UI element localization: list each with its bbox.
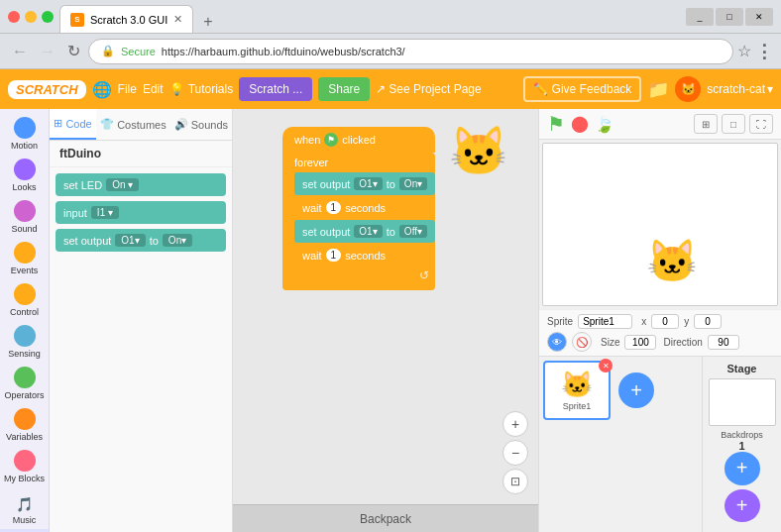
menu-button[interactable]: ⋮	[755, 41, 773, 62]
refresh-button[interactable]: ↻	[63, 40, 84, 62]
block-input-dropdown[interactable]: I1 ▾	[91, 206, 119, 219]
sidebar-item-sound[interactable]: Sound	[0, 196, 49, 238]
wait-block-1[interactable]: wait 1 seconds	[294, 196, 435, 219]
close-button[interactable]: ✕	[745, 8, 773, 26]
cmd-set-output-on[interactable]: set output O1▾ to On▾	[294, 172, 435, 195]
tab-close-icon[interactable]: ✕	[173, 13, 182, 26]
stop-button[interactable]: ⬤	[571, 116, 589, 132]
sidebar-item-events[interactable]: Events	[0, 238, 49, 279]
edit-menu-button[interactable]: Edit	[143, 82, 164, 96]
wait-block-2[interactable]: wait 1 seconds	[294, 244, 435, 266]
block-input[interactable]: input I1 ▾	[56, 201, 226, 224]
add-sprite-button[interactable]: +	[618, 372, 654, 408]
sprite-info-panel: Sprite x y 👁 🚫 Size Direction	[539, 309, 781, 356]
sidebar-item-motion[interactable]: Motion	[0, 113, 49, 155]
scratch-dropdown-button[interactable]: Scratch ...	[239, 77, 312, 101]
tab-costumes[interactable]: 👕 Costumes	[96, 109, 170, 140]
green-flag-button[interactable]: ⚑	[547, 114, 565, 134]
tutorials-button[interactable]: 💡 Tutorials	[169, 82, 234, 96]
file-menu-button[interactable]: File	[118, 82, 137, 96]
restore-button[interactable]: _	[686, 8, 714, 26]
fullscreen-button[interactable]: ⛶	[749, 114, 773, 134]
cmd1-d1-dropdown[interactable]: O1▾	[354, 177, 382, 190]
backpack-bar[interactable]: Backpack	[233, 504, 538, 532]
show-sprite-button[interactable]: 👁	[547, 332, 567, 352]
add-backdrop-button[interactable]: +	[725, 489, 760, 522]
sidebar: Motion Looks Sound Events Control Sensin…	[0, 109, 50, 532]
sidebar-item-sensing[interactable]: Sensing	[0, 321, 49, 363]
new-tab-button[interactable]: +	[195, 11, 220, 33]
stage-cat-sprite: 🐱	[646, 237, 698, 285]
stage-controls: ⚑ ⬤ 🍃 ⊞ □ ⛶	[539, 109, 781, 140]
sidebar-item-variables[interactable]: Variables	[0, 404, 49, 446]
cmd-set-output-off[interactable]: set output O1▾ to Off▾	[294, 220, 435, 243]
back-button[interactable]: ←	[8, 41, 32, 62]
restore-down-button[interactable]: □	[716, 8, 743, 26]
sprite-name-input[interactable]	[578, 314, 632, 329]
direction-label: Direction	[663, 337, 702, 348]
sidebar-item-control[interactable]: Control	[0, 279, 49, 321]
zoom-out-button[interactable]: −	[502, 440, 528, 466]
cmd2-d2-label: to	[387, 226, 395, 238]
give-feedback-label: Give Feedback	[552, 82, 632, 96]
username-button[interactable]: scratch-cat ▾	[707, 82, 773, 96]
folder-button[interactable]: 📁	[647, 78, 669, 100]
blocks-list: set LED On ▾ input I1 ▾ set output O1▾ t…	[50, 167, 232, 532]
small-stage-button[interactable]: ⊞	[694, 114, 718, 134]
cmd1-d3-dropdown[interactable]: On▾	[399, 177, 427, 190]
cmd2-d3-dropdown[interactable]: Off▾	[399, 225, 427, 238]
block-set-led-dropdown[interactable]: On ▾	[106, 178, 139, 191]
sidebar-item-looks[interactable]: Looks	[0, 155, 49, 196]
tab-code[interactable]: ⊞ Code	[50, 109, 96, 140]
sounds-tab-icon: 🔊	[174, 118, 188, 131]
tab-sounds[interactable]: 🔊 Sounds	[170, 109, 232, 140]
active-tab[interactable]: S Scratch 3.0 GUI ✕	[59, 5, 193, 33]
cmd2-d1-dropdown[interactable]: O1▾	[354, 225, 382, 238]
scratch-logo: SCRATCH	[8, 80, 86, 99]
minimize-window-button[interactable]	[25, 11, 37, 23]
sidebar-label-looks: Looks	[12, 182, 36, 192]
sidebar-item-myblocks[interactable]: My Blocks	[0, 446, 49, 487]
bookmark-button[interactable]: ☆	[737, 42, 751, 60]
direction-input[interactable]	[708, 335, 739, 350]
see-project-icon: ↗	[376, 82, 386, 96]
zoom-controls: + − ⊡	[502, 411, 528, 494]
globe-button[interactable]: 🌐	[92, 80, 112, 99]
zoom-in-button[interactable]: +	[502, 411, 528, 437]
block-set-output[interactable]: set output O1▾ to On▾	[56, 229, 226, 252]
big-stage-button[interactable]: □	[722, 114, 745, 134]
hide-sprite-button[interactable]: 🚫	[572, 332, 592, 352]
address-bar: ← → ↻ 🔒 Secure https://harbaum.github.io…	[0, 34, 781, 69]
size-input[interactable]	[624, 335, 656, 350]
share-button[interactable]: Share	[318, 77, 370, 101]
see-project-button[interactable]: ↗ See Project Page	[376, 82, 481, 96]
maximize-window-button[interactable]	[42, 11, 54, 23]
hat-block[interactable]: when ⚑ clicked	[282, 127, 435, 153]
block-set-output-label: set output	[63, 235, 111, 247]
wait1-label: wait	[302, 202, 322, 214]
zoom-fit-button[interactable]: ⊡	[502, 469, 528, 494]
forward-button[interactable]: →	[36, 41, 59, 62]
backpack-label: Backpack	[360, 512, 411, 526]
close-window-button[interactable]	[8, 11, 20, 23]
sounds-tab-label: Sounds	[191, 119, 228, 131]
myblocks-dot	[14, 450, 36, 472]
block-set-output-d1[interactable]: O1▾	[115, 234, 145, 247]
hat-clicked-label: clicked	[342, 134, 376, 146]
sidebar-item-music[interactable]: 🎵 Music	[0, 489, 49, 529]
give-feedback-button[interactable]: ✏️ Give Feedback	[523, 76, 642, 102]
stage-mode-icon: 🍃	[595, 115, 614, 134]
add-sprite-bottom-button[interactable]: +	[725, 452, 760, 484]
address-input[interactable]: 🔒 Secure https://harbaum.github.io/ftdui…	[88, 39, 733, 64]
sprite-thumb-delete[interactable]: ✕	[599, 359, 613, 372]
y-input[interactable]	[694, 314, 722, 329]
sprite-thumbnail-1[interactable]: ✕ 🐱 Sprite1	[543, 361, 611, 420]
sidebar-item-operators[interactable]: Operators	[0, 363, 49, 404]
block-set-output-d3[interactable]: On▾	[163, 234, 192, 247]
x-input[interactable]	[651, 314, 679, 329]
wait2-num: 1	[326, 249, 342, 262]
url-text: https://harbaum.github.io/ftduino/webusb…	[162, 46, 405, 57]
username-arrow-icon: ▾	[767, 82, 773, 96]
block-set-led-value: On	[112, 179, 125, 190]
block-set-led[interactable]: set LED On ▾	[56, 173, 226, 196]
